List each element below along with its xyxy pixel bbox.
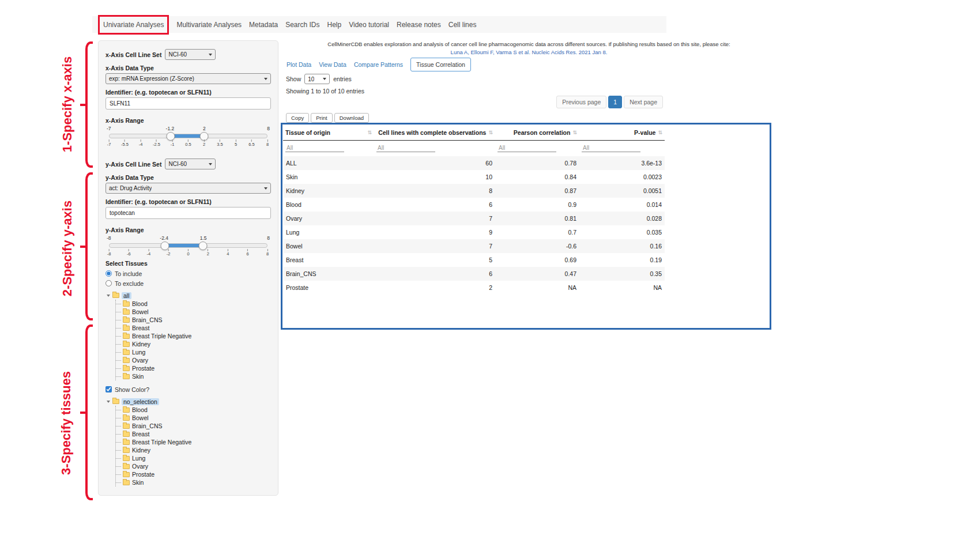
tree-color-item-ovary[interactable]: Ovary [116,462,271,470]
copy-button[interactable]: Copy [286,113,309,123]
nav-item-multivariate-analyses[interactable]: Multivariate Analyses [176,21,242,29]
tissue-label-prostate[interactable]: Prostate [132,471,154,478]
x-cell-line-set-select[interactable]: NCI-60 [165,49,216,60]
tissue-label-brain-cns[interactable]: Brain_CNS [132,316,163,323]
tree-include-item-lung[interactable]: Lung [116,348,271,356]
tissue-label-ovary[interactable]: Ovary [132,357,148,364]
tab-view-data[interactable]: View Data [319,61,346,68]
tree-include-item-skin[interactable]: Skin [116,372,271,380]
filter-input-cell-lines-with-complete-observations[interactable] [376,144,435,152]
nav-item-video-tutorial[interactable]: Video tutorial [349,21,389,29]
tissue-label-lung[interactable]: Lung [132,349,145,356]
tab-tissue-correlation[interactable]: Tissue Correlation [410,58,471,71]
next-page-button[interactable]: Next page [624,96,663,108]
tree-color-item-skin[interactable]: Skin [116,478,271,486]
tree-include-item-breast-triple-negative[interactable]: Breast Triple Negative [116,332,271,340]
tissue-label-bowel[interactable]: Bowel [132,414,149,421]
tree-include-item-kidney[interactable]: Kidney [116,340,271,348]
page-1-button[interactable]: 1 [608,96,622,108]
include-radio-row[interactable]: To include [105,269,271,278]
show-color-row[interactable]: Show Color? [105,384,271,394]
tissue-label-kidney[interactable]: Kidney [132,447,150,454]
entries-count-select[interactable]: 10 [304,74,330,84]
nav-item-search-ids[interactable]: Search IDs [285,21,319,29]
tissue-label-skin[interactable]: Skin [132,373,144,380]
column-header-cell-lines-with-complete-observations[interactable]: Cell lines with complete observations⇅ [374,126,495,141]
tree-include-item-ovary[interactable]: Ovary [116,356,271,364]
column-header-label: P-value [634,129,655,136]
tissue-label-breast-triple-negative[interactable]: Breast Triple Negative [132,333,191,339]
slider-tick-label: -7 [107,139,111,147]
tree-include-root-label[interactable]: all [122,292,131,299]
exclude-radio[interactable] [105,280,112,286]
sort-icon[interactable]: ⇅ [367,130,372,135]
tree-include-item-blood[interactable]: Blood [116,300,271,308]
slider-tick-label: 5 [235,139,237,147]
tab-compare-patterns[interactable]: Compare Patterns [354,61,403,68]
y-identifier-input[interactable] [105,207,271,219]
include-radio[interactable] [105,270,112,277]
tissue-label-skin[interactable]: Skin [132,479,144,486]
tissue-label-ovary[interactable]: Ovary [132,463,148,470]
tree-color-item-lung[interactable]: Lung [116,454,271,462]
tree-include-root[interactable]: all [107,291,271,300]
y-data-type-select[interactable]: act: Drug Activity [105,183,271,194]
tree-color-item-brain-cns[interactable]: Brain_CNS [116,422,271,430]
print-button[interactable]: Print [311,113,333,123]
tree-expand-icon[interactable] [107,295,110,297]
tissue-label-prostate[interactable]: Prostate [132,365,154,372]
column-header-tissue-of-origin[interactable]: Tissue of origin⇅ [283,126,374,141]
tree-include-item-breast[interactable]: Breast [116,324,271,332]
sort-icon[interactable]: ⇅ [658,130,662,135]
nav-item-cell-lines[interactable]: Cell lines [448,21,477,29]
sort-icon[interactable]: ⇅ [488,130,493,135]
sort-icon[interactable]: ⇅ [572,130,577,135]
nav-item-help[interactable]: Help [327,21,342,29]
nav-item-univariate-analyses[interactable]: Univariate Analyses [98,15,169,35]
tissue-label-brain-cns[interactable]: Brain_CNS [132,422,163,429]
citation-link[interactable]: Luna A, Elloumi F, Varma S et al. Nuclei… [285,49,772,55]
slider-track[interactable] [109,134,267,138]
y-cell-line-set-select[interactable]: NCI-60 [165,158,216,169]
tree-include-item-bowel[interactable]: Bowel [116,308,271,316]
tree-color-root-label[interactable]: no_selection [122,398,159,405]
tissue-label-breast[interactable]: Breast [132,431,149,437]
tree-include-item-prostate[interactable]: Prostate [116,364,271,372]
tissue-label-lung[interactable]: Lung [132,455,145,462]
value-cell: 60 [374,156,495,170]
show-color-checkbox[interactable] [105,386,112,393]
y-axis-range-slider[interactable]: -8 -2.4 1.5 8 -8-6-4-202468 [108,235,269,258]
column-header-p-value[interactable]: P-value⇅ [579,126,665,141]
filter-input-pearson-correlation[interactable] [497,144,556,152]
tab-plot-data[interactable]: Plot Data [287,61,311,68]
tree-expand-icon[interactable] [107,401,110,403]
slider-max-label: 8 [267,126,270,131]
column-header-pearson-correlation[interactable]: Pearson correlation⇅ [495,126,579,141]
tissue-label-blood[interactable]: Blood [132,406,148,413]
download-button[interactable]: Download [334,113,369,123]
filter-input-tissue-of-origin[interactable] [285,144,344,152]
tissue-label-breast[interactable]: Breast [132,324,149,331]
tree-color-item-bowel[interactable]: Bowel [116,414,271,422]
tree-color-item-blood[interactable]: Blood [116,406,271,414]
nav-item-release-notes[interactable]: Release notes [397,21,441,29]
tree-color-item-kidney[interactable]: Kidney [116,446,271,454]
slider-track[interactable] [109,243,267,248]
tissue-label-bowel[interactable]: Bowel [132,308,149,315]
nav-item-metadata[interactable]: Metadata [249,21,278,29]
tree-include-item-brain-cns[interactable]: Brain_CNS [116,316,271,324]
tissue-label-kidney[interactable]: Kidney [132,341,150,348]
x-axis-range-slider[interactable]: -7 -1.2 2 8 -7-5.5-4-2.5-10.523.556.58 [108,126,269,148]
tissue-label-blood[interactable]: Blood [132,300,148,307]
tree-color-item-breast[interactable]: Breast [116,430,271,438]
tree-color-item-prostate[interactable]: Prostate [116,470,271,478]
x-identifier-input[interactable] [105,97,271,110]
previous-page-button[interactable]: Previous page [556,96,606,108]
tree-color-item-breast-triple-negative[interactable]: Breast Triple Negative [116,438,271,446]
tissue-label-breast-triple-negative[interactable]: Breast Triple Negative [132,439,191,446]
filter-input-p-value[interactable] [582,144,640,152]
table-header-row: Tissue of origin⇅Cell lines with complet… [283,126,665,141]
exclude-radio-row[interactable]: To exclude [105,278,271,288]
x-data-type-select[interactable]: exp: mRNA Expression (Z-Score) [105,73,271,84]
tree-color-root[interactable]: no_selection [107,397,271,406]
